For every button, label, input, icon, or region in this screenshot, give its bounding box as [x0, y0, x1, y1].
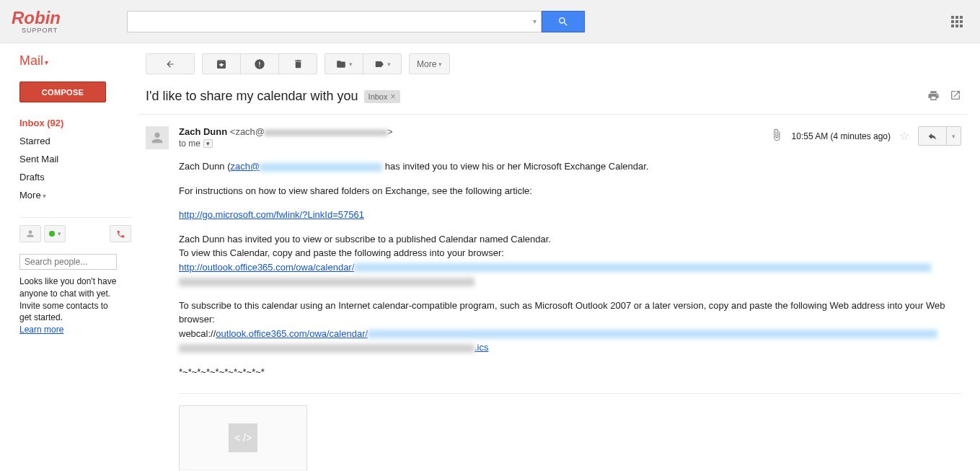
- more-button[interactable]: More▾: [409, 53, 450, 74]
- sidebar-item-starred[interactable]: Starred: [19, 132, 131, 150]
- calendar-view-link[interactable]: http://outlook.office365.com/owa/calenda…: [179, 262, 354, 273]
- apps-icon[interactable]: [951, 16, 963, 27]
- show-details-dropdown[interactable]: ▾: [203, 139, 213, 148]
- chat-status-dropdown[interactable]: ▾: [44, 225, 66, 242]
- sidebar-item-drafts[interactable]: Drafts: [19, 168, 131, 186]
- chevron-down-icon: ▾: [387, 61, 391, 68]
- trash-icon: [293, 58, 304, 69]
- remove-label-icon[interactable]: ×: [391, 92, 396, 102]
- search-people-input[interactable]: [19, 254, 117, 270]
- chevron-down-icon: ▾: [58, 230, 61, 237]
- sender-avatar: [146, 126, 169, 149]
- recipient-text: to me: [179, 138, 200, 149]
- chevron-down-icon: ▾: [438, 61, 442, 68]
- back-button[interactable]: [146, 53, 195, 74]
- search-icon: [557, 16, 569, 27]
- logo[interactable]: Robin SUPPORT: [12, 9, 127, 34]
- spam-icon: [254, 58, 265, 70]
- search-options-dropdown-icon[interactable]: ▾: [529, 17, 541, 25]
- label-chip-text: Inbox: [368, 92, 388, 101]
- webcal-link[interactable]: outlook.office365.com/owa/calendar/.ics: [179, 328, 937, 353]
- chat-empty-text: Looks like you don't have anyone to chat…: [19, 276, 117, 324]
- more-label: More: [417, 59, 436, 69]
- move-to-button[interactable]: ▾: [325, 53, 363, 74]
- archive-button[interactable]: [202, 53, 241, 74]
- sidebar-more[interactable]: More: [19, 186, 131, 204]
- folder-icon: [335, 59, 347, 69]
- star-icon[interactable]: ☆: [899, 129, 909, 143]
- spam-button[interactable]: [240, 53, 279, 74]
- sidebar-item-inbox[interactable]: Inbox (92): [19, 114, 131, 132]
- chevron-down-icon: ▾: [45, 58, 48, 66]
- email-subject: I'd like to share my calendar with you: [146, 89, 358, 104]
- delete-button[interactable]: [278, 53, 317, 74]
- learn-more-link[interactable]: Learn more: [19, 325, 63, 335]
- sender-email: <zach@>: [230, 126, 393, 137]
- reply-icon: [926, 131, 939, 141]
- print-icon[interactable]: [927, 89, 940, 104]
- attachment-card[interactable]: < /> sharing_metadat...: [179, 405, 307, 471]
- sidebar-item-sent[interactable]: Sent Mail: [19, 150, 131, 168]
- chat-phone-icon[interactable]: [110, 225, 131, 242]
- reply-button[interactable]: [918, 126, 947, 146]
- sender-email-link[interactable]: zach@: [231, 161, 260, 172]
- attachment-icon[interactable]: [770, 128, 783, 144]
- logo-subtext: SUPPORT: [22, 27, 127, 34]
- mail-dropdown[interactable]: Mail▾: [19, 53, 131, 69]
- archive-icon: [216, 58, 227, 70]
- status-online-icon: [49, 231, 55, 237]
- chevron-down-icon: ▾: [349, 61, 353, 68]
- search-button[interactable]: [542, 11, 585, 32]
- logo-text: Robin: [12, 9, 127, 27]
- labels-button[interactable]: ▾: [363, 53, 402, 74]
- sender-name: Zach Dunn: [179, 126, 227, 137]
- email-time: 10:55 AM (4 minutes ago): [792, 131, 891, 141]
- compose-button[interactable]: COMPOSE: [19, 82, 106, 102]
- search-box[interactable]: ▾: [127, 11, 542, 32]
- back-arrow-icon: [163, 59, 177, 69]
- mail-label-text: Mail: [19, 53, 43, 68]
- chat-person-icon[interactable]: [19, 225, 41, 242]
- search-input[interactable]: [128, 12, 529, 32]
- attachment-preview-icon: < />: [229, 423, 257, 452]
- new-window-icon[interactable]: [950, 89, 961, 103]
- instructions-link[interactable]: http://go.microsoft.com/fwlink/?LinkId=5…: [179, 209, 364, 220]
- reply-more-dropdown[interactable]: ▾: [947, 126, 961, 146]
- label-icon: [374, 59, 385, 69]
- inbox-label-chip[interactable]: Inbox ×: [364, 90, 400, 103]
